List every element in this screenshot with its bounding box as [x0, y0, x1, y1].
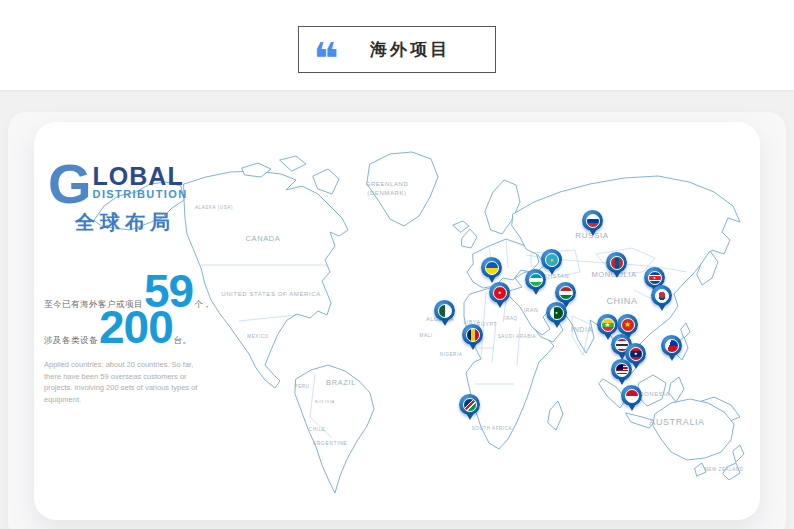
logo-letter-g: G [48, 162, 92, 206]
map-pin-philippines [661, 335, 682, 356]
map-pin-myanmar: ★ [597, 314, 618, 335]
map-label-nigeria: NIGERIA [440, 352, 463, 357]
map-pin-uzbekistan [525, 269, 546, 290]
stat-equipment-unit: 台。 [174, 335, 191, 347]
stat-equipment-label: 涉及各类设备 [44, 335, 98, 347]
namibia-flag-icon [463, 398, 477, 412]
map-pin-chad [462, 324, 483, 345]
south-korea-flag-icon [655, 289, 669, 303]
map-pin-ukraine [481, 257, 502, 278]
map-label-united-states-of-america: UNITED STATES OF AMERICA [221, 291, 321, 297]
map-label-brazil: BRAZIL [326, 378, 356, 387]
map-label-india: INDIA [571, 326, 593, 333]
map-label-iraq: IRAQ [504, 316, 517, 321]
map-pin-malaysia [611, 359, 632, 380]
indonesia-flag-icon [625, 389, 639, 403]
map-label-china: CHINA [606, 296, 637, 306]
global-distribution-logo: G LOBAL DISTRIBUTION 全球布局 [48, 162, 188, 236]
quote-icon: ❝ [313, 49, 339, 69]
map-pin-south-korea [651, 285, 672, 306]
map-pin-vietnam: ★ [617, 314, 638, 335]
map-label-alaska-usa-: ALASKA (USA) [195, 205, 233, 210]
map-label-bolivia: BOLIVIA [315, 399, 335, 404]
stat-projects-unit: 个， [194, 299, 211, 311]
map-pin-namibia [459, 394, 480, 415]
map-label-mexico: MEXICO [247, 334, 268, 339]
logo-lobal: LOBAL [93, 164, 188, 188]
map-pin-tajikistan [555, 282, 576, 303]
world-map-card: G LOBAL DISTRIBUTION 全球布局 至今已有海外客户或项目 59… [34, 122, 760, 520]
map-label-new-zealand: NEW ZEALAND [704, 467, 743, 472]
map-label-egypt: EGYPT [477, 321, 497, 327]
pakistan-flag-icon: ● [550, 306, 564, 320]
section-title: 海外项目 [339, 38, 481, 61]
myanmar-flag-icon: ★ [601, 318, 615, 332]
section-title-box: ❝ 海外项目 [298, 26, 496, 73]
map-label-saudi-arabia: SAUDI ARABIA [498, 334, 536, 339]
mongolia-flag-icon [610, 256, 624, 270]
ukraine-flag-icon [485, 261, 499, 275]
map-label-australia: AUSTRALIA [649, 417, 704, 427]
algeria-flag-icon: ● [438, 304, 452, 318]
map-label-peru: PERU [295, 384, 310, 389]
stat-equipment-number: 200 [99, 304, 173, 350]
malaysia-flag-icon [615, 363, 629, 377]
tajikistan-flag-icon [559, 286, 573, 300]
stats-english-text: Applied countries: about 20 countries. S… [44, 359, 204, 406]
kazakhstan-flag-icon: ● [545, 253, 559, 267]
map-label-mali: MALI [420, 333, 433, 338]
map-label-argentine: ARGENTINE [313, 440, 348, 446]
philippines-flag-icon [665, 339, 679, 353]
map-label-chile: CHILE [309, 427, 325, 432]
uzbekistan-flag-icon [529, 273, 543, 287]
map-pin-turkey: ● [489, 282, 510, 303]
turkey-flag-icon: ● [493, 286, 507, 300]
map-label-canada: CANADA [246, 234, 281, 243]
map-pin-mongolia [606, 252, 627, 273]
russia-flag-icon [586, 214, 600, 228]
map-pin-algeria: ● [434, 300, 455, 321]
map-label-south-africa: SOUTH AFRICA [472, 426, 512, 431]
logo-chinese: 全球布局 [75, 209, 188, 236]
map-label--denmark-: (DENMARK) [367, 190, 406, 196]
map-pin-indonesia [621, 385, 642, 406]
logo-distribution: DISTRIBUTION [93, 188, 188, 200]
page: ❝ 海外项目 [0, 0, 794, 529]
map-pin-kazakhstan: ● [541, 249, 562, 270]
map-label-iran: IRAN [524, 307, 538, 313]
map-label-greenland: GREENLAND [366, 181, 409, 187]
map-pin-pakistan: ● [546, 302, 567, 323]
north-korea-flag-icon: ● [648, 271, 662, 285]
header-band: ❝ 海外项目 [0, 0, 794, 92]
chad-flag-icon [466, 328, 480, 342]
stats-block: 至今已有海外客户或项目 59 个， 涉及各类设备 200 台。 Applied … [44, 268, 216, 406]
map-pin-russia [582, 210, 603, 231]
laos-flag-icon: ● [629, 347, 643, 361]
vietnam-flag-icon: ★ [621, 318, 635, 332]
